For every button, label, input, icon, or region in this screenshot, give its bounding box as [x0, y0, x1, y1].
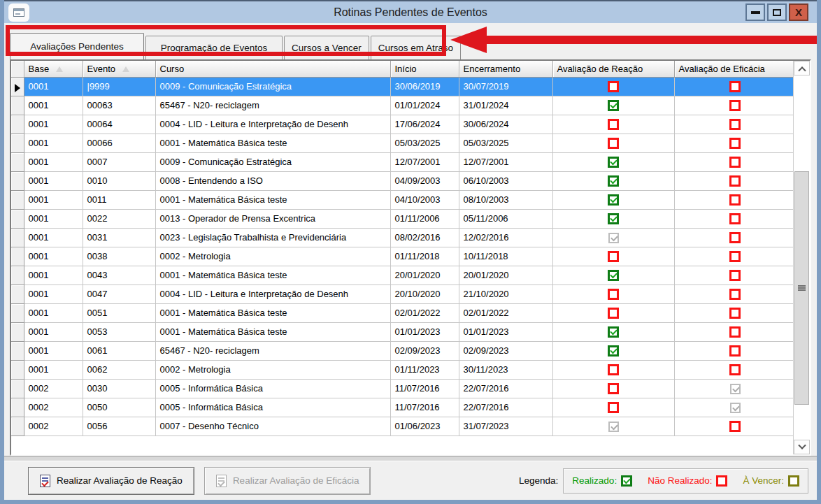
reacao-checkbox[interactable]: [608, 194, 619, 206]
table-row[interactable]: 0001 0038 0002 - Metrologia 01/11/2018 1…: [11, 247, 793, 266]
cell-avaliacao-reacao: [552, 171, 674, 190]
cell-evento: 00064: [83, 115, 155, 134]
realizar-avaliacao-eficacia-button[interactable]: Realizar Avaliação de Eficácia: [204, 467, 371, 495]
table-row[interactable]: 0001 |9999 0009 - Comunicação Estratégic…: [11, 77, 793, 96]
scroll-down-button[interactable]: [794, 440, 810, 454]
tab-cursos-em-atraso[interactable]: Cursos em Atraso: [371, 36, 461, 59]
cell-curso: 0009 - Comunicação Estratégica: [155, 77, 390, 96]
scrollbar-thumb[interactable]: [794, 171, 809, 405]
eficacia-checkbox[interactable]: [729, 100, 741, 111]
close-button[interactable]: X: [789, 3, 808, 21]
reacao-checkbox[interactable]: [608, 345, 619, 357]
events-grid: Base Evento Curso Início Encerramento Av…: [10, 59, 811, 456]
eficacia-checkbox[interactable]: [729, 138, 741, 149]
reacao-checkbox[interactable]: [608, 233, 619, 243]
table-row[interactable]: 0001 0061 65467 - N20- reciclagem 02/09/…: [11, 341, 793, 360]
table-row[interactable]: 0002 0050 0005 - Informática Básica 11/0…: [11, 398, 793, 417]
reacao-checkbox[interactable]: [608, 270, 619, 281]
cell-avaliacao-reacao: [552, 77, 674, 96]
reacao-checkbox[interactable]: [608, 213, 619, 224]
column-header-encerramento[interactable]: Encerramento: [459, 61, 552, 77]
eficacia-checkbox[interactable]: [729, 345, 741, 357]
table-row[interactable]: 0001 00064 0004 - LID - Leitura e Interp…: [11, 115, 793, 134]
cell-avaliacao-reacao: [552, 417, 674, 435]
cell-base: 0001: [24, 77, 83, 96]
eficacia-checkbox[interactable]: [729, 326, 741, 338]
table-row[interactable]: 0001 0022 0013 - Operador de Prensa Exce…: [11, 209, 793, 228]
tab-avaliacoes-pendentes[interactable]: Avaliações Pendentes: [10, 33, 144, 59]
legend-item-label: Realizado:: [572, 475, 617, 486]
cell-curso: 0001 - Matemática Básica teste: [155, 303, 390, 322]
cell-encerramento: 31/01/2024: [459, 96, 552, 115]
table-row[interactable]: 0002 0030 0005 - Informática Básica 11/0…: [11, 379, 793, 398]
reacao-checkbox[interactable]: [608, 175, 619, 187]
reacao-checkbox[interactable]: [608, 402, 619, 413]
eficacia-checkbox[interactable]: [729, 119, 741, 130]
column-header-avaliacao-eficacia[interactable]: Avaliação de Eficácia: [674, 61, 793, 77]
eficacia-checkbox[interactable]: [729, 289, 741, 300]
reacao-checkbox[interactable]: [608, 289, 619, 300]
reacao-checkbox[interactable]: [608, 157, 619, 168]
cell-base: 0001: [24, 190, 83, 209]
eficacia-checkbox[interactable]: [729, 213, 741, 224]
column-header-avaliacao-reacao[interactable]: Avaliação de Reação: [552, 61, 674, 77]
eficacia-checkbox[interactable]: [729, 364, 741, 375]
table-row[interactable]: 0001 0043 0001 - Matemática Básica teste…: [11, 266, 793, 285]
reacao-checkbox[interactable]: [608, 81, 619, 92]
column-header-inicio[interactable]: Início: [390, 61, 459, 77]
current-row-pointer-icon: [15, 84, 20, 92]
header-row: Base Evento Curso Início Encerramento Av…: [11, 61, 793, 77]
eficacia-checkbox[interactable]: [729, 232, 741, 243]
reacao-checkbox[interactable]: [608, 383, 619, 394]
cell-base: 0002: [24, 379, 83, 398]
eficacia-checkbox[interactable]: [729, 194, 741, 206]
table-row[interactable]: 0001 0062 0002 - Metrologia 01/11/2023 3…: [11, 360, 793, 379]
eficacia-checkbox[interactable]: [730, 384, 741, 394]
tab-cursos-a-vencer[interactable]: Cursos a Vencer: [284, 36, 369, 59]
eficacia-checkbox[interactable]: [729, 157, 741, 168]
reacao-checkbox[interactable]: [608, 326, 619, 338]
table-row[interactable]: 0001 0010 0008 - Entendendo a ISO 04/09/…: [11, 171, 793, 190]
column-header-evento[interactable]: Evento: [83, 61, 155, 77]
table-row[interactable]: 0001 0031 0023 - Legislação Trabalhista …: [11, 228, 793, 247]
table-row[interactable]: 0001 0051 0001 - Matemática Básica teste…: [11, 303, 793, 322]
table-row[interactable]: 0002 0056 0007 - Desenho Técnico 01/06/2…: [11, 417, 793, 435]
maximize-button[interactable]: [767, 3, 787, 21]
cell-avaliacao-eficacia: [674, 398, 793, 417]
minimize-button[interactable]: [745, 3, 765, 21]
cell-avaliacao-eficacia: [674, 417, 793, 435]
eficacia-checkbox[interactable]: [729, 270, 741, 281]
eficacia-checkbox[interactable]: [729, 81, 741, 92]
eficacia-checkbox[interactable]: [729, 251, 741, 262]
reacao-checkbox[interactable]: [608, 138, 619, 149]
table-row[interactable]: 0001 0047 0004 - LID - Leitura e Interpr…: [11, 285, 793, 303]
cell-curso: 0004 - LID - Leitura e Interpretação de …: [155, 115, 390, 134]
reacao-checkbox[interactable]: [608, 308, 619, 319]
vertical-scrollbar[interactable]: [793, 61, 810, 454]
reacao-checkbox[interactable]: [608, 251, 619, 262]
column-label: Base: [29, 64, 50, 74]
legend-panel: Realizado: Não Realizado: À Vencer:: [563, 468, 808, 494]
tab-programacao-de-eventos[interactable]: Programação de Eventos: [145, 36, 283, 59]
column-header-curso[interactable]: Curso: [155, 61, 390, 77]
eficacia-checkbox[interactable]: [729, 421, 741, 432]
column-header-base[interactable]: Base: [24, 61, 83, 77]
row-indicator: [11, 360, 24, 379]
eficacia-checkbox[interactable]: [729, 308, 741, 319]
cell-curso: 0001 - Matemática Básica teste: [155, 322, 390, 341]
reacao-checkbox[interactable]: [608, 364, 619, 375]
cell-avaliacao-eficacia: [674, 171, 793, 190]
scroll-up-button[interactable]: [794, 61, 810, 75]
eficacia-checkbox[interactable]: [730, 403, 741, 413]
table-row[interactable]: 0001 0011 0001 - Matemática Básica teste…: [11, 190, 793, 209]
reacao-checkbox[interactable]: [608, 119, 619, 130]
cell-base: 0001: [24, 171, 83, 190]
realizar-avaliacao-reacao-button[interactable]: Realizar Avaliação de Reação: [28, 467, 194, 495]
eficacia-checkbox[interactable]: [729, 175, 741, 187]
table-row[interactable]: 0001 00066 0001 - Matemática Básica test…: [11, 134, 793, 152]
reacao-checkbox[interactable]: [608, 422, 619, 432]
reacao-checkbox[interactable]: [608, 100, 619, 111]
table-row[interactable]: 0001 0007 0009 - Comunicação Estratégica…: [11, 152, 793, 171]
table-row[interactable]: 0001 00063 65467 - N20- reciclagem 01/01…: [11, 96, 793, 115]
table-row[interactable]: 0001 0053 0001 - Matemática Básica teste…: [11, 322, 793, 341]
